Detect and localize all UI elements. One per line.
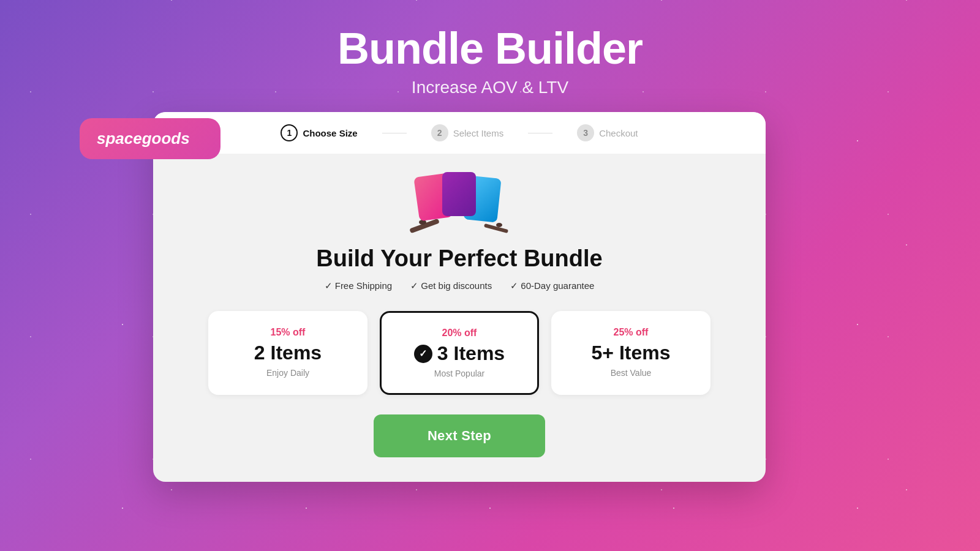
step-1-label: Choose Size	[303, 128, 357, 138]
product-image-area	[404, 172, 514, 233]
step-3[interactable]: 3 Checkout	[577, 124, 638, 141]
step-divider-1	[382, 133, 407, 133]
bundle-options: 15% off 2 Items Enjoy Daily 20% off ✓ 3 …	[190, 311, 729, 395]
benefit-1: ✓ Free Shipping	[325, 280, 393, 291]
widget-card: 1 Choose Size 2 Select Items 3 Checkout	[153, 112, 766, 482]
bundle-5-sublabel: Best Value	[565, 368, 697, 378]
step-divider-2	[528, 133, 552, 133]
step-2[interactable]: 2 Select Items	[431, 124, 504, 141]
bundle-3-discount: 20% off	[394, 328, 525, 339]
bundle-card-2-items[interactable]: 15% off 2 Items Enjoy Daily	[208, 311, 368, 395]
main-heading: Build Your Perfect Bundle	[316, 246, 602, 272]
step-2-number: 2	[431, 124, 448, 141]
benefit-3: ✓ 60-Day guarantee	[510, 280, 594, 291]
step-3-number: 3	[577, 124, 594, 141]
page-subtitle: Increase AOV & LTV	[337, 78, 643, 97]
brand-name: spacegoods	[97, 129, 190, 148]
steps-bar: 1 Choose Size 2 Select Items 3 Checkout	[153, 112, 766, 154]
selected-check-icon: ✓	[414, 345, 432, 363]
bundle-5-discount: 25% off	[565, 327, 697, 338]
brand-logo: spacegoods	[80, 118, 221, 159]
benefit-2: ✓ Get big discounts	[410, 280, 492, 291]
bundle-2-label: 2 Items	[222, 342, 354, 364]
main-container: spacegoods 1 Choose Size 2 Select Items …	[153, 112, 827, 482]
bundle-3-sublabel: Most Popular	[394, 369, 525, 378]
packet-center	[442, 172, 476, 216]
bundle-2-sublabel: Enjoy Daily	[222, 368, 354, 378]
benefits-row: ✓ Free Shipping ✓ Get big discounts ✓ 60…	[325, 280, 595, 291]
product-image	[404, 172, 514, 233]
bundle-card-3-items[interactable]: 20% off ✓ 3 Items Most Popular	[380, 311, 539, 395]
bundle-card-5-items[interactable]: 25% off 5+ Items Best Value	[551, 311, 710, 395]
bean-right	[496, 223, 502, 227]
page-header: Bundle Builder Increase AOV & LTV	[337, 0, 643, 97]
step-2-label: Select Items	[453, 128, 504, 138]
bundle-2-discount: 15% off	[222, 327, 354, 338]
bundle-5-label: 5+ Items	[565, 342, 697, 364]
page-title: Bundle Builder	[337, 24, 643, 73]
step-1[interactable]: 1 Choose Size	[281, 124, 357, 141]
step-1-number: 1	[281, 124, 298, 141]
bundle-3-label: ✓ 3 Items	[394, 342, 525, 365]
next-step-button[interactable]: Next Step	[374, 414, 545, 457]
step-3-label: Checkout	[599, 128, 638, 138]
widget-body: Build Your Perfect Bundle ✓ Free Shippin…	[153, 154, 766, 457]
